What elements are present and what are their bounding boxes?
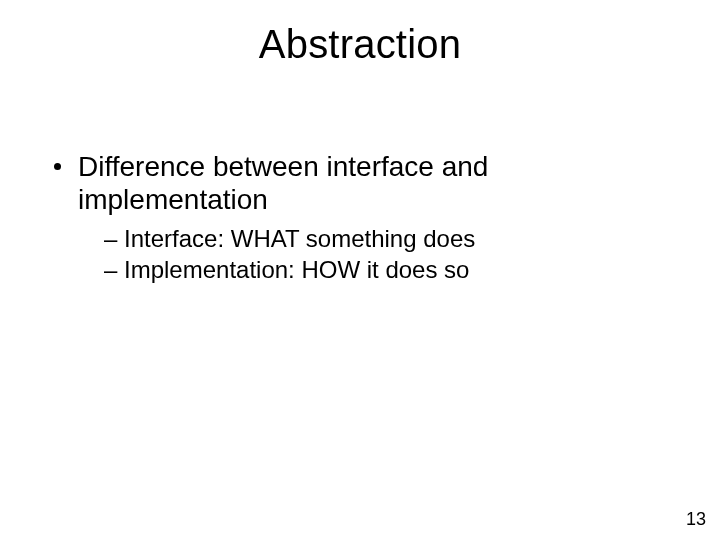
bullet-dot-icon (54, 163, 61, 170)
bullet-level-1-text: Difference between interface and impleme… (78, 151, 488, 215)
dash-icon: – (104, 224, 117, 255)
bullet-level-2: – Interface: WHAT something does (104, 224, 660, 255)
slide-title: Abstraction (0, 22, 720, 67)
slide-body: Difference between interface and impleme… (50, 150, 660, 286)
bullet-level-1: Difference between interface and impleme… (50, 150, 660, 216)
dash-icon: – (104, 255, 117, 286)
bullet-level-2-text: Implementation: HOW it does so (124, 256, 469, 283)
bullet-level-2: – Implementation: HOW it does so (104, 255, 660, 286)
bullet-level-2-group: – Interface: WHAT something does – Imple… (50, 224, 660, 285)
slide: Abstraction Difference between interface… (0, 0, 720, 540)
page-number: 13 (686, 509, 706, 530)
bullet-level-2-text: Interface: WHAT something does (124, 225, 475, 252)
